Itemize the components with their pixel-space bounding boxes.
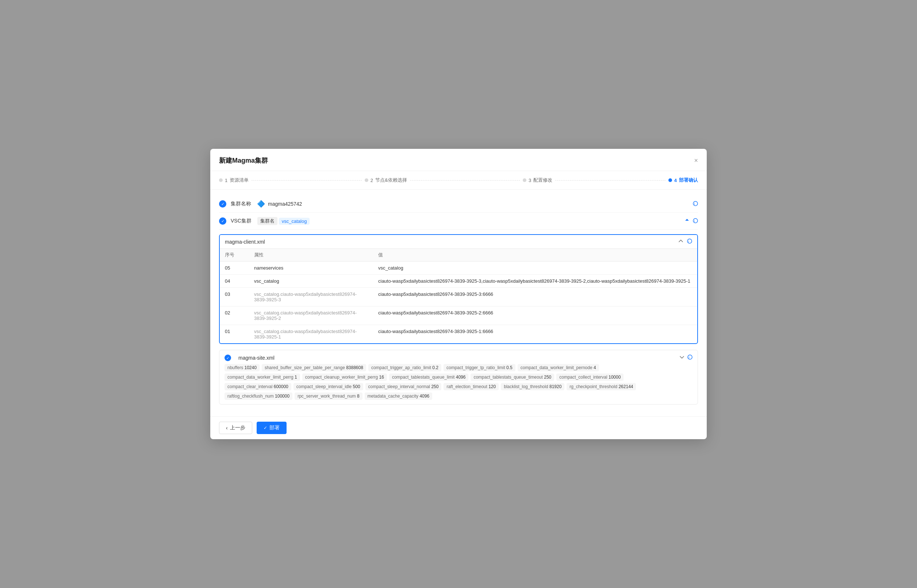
site-params: nbuffers 10240shared_buffer_size_per_tab…	[225, 364, 675, 400]
step-3-label: 配置修改	[533, 177, 552, 184]
col-header-seq: 序号	[220, 249, 249, 262]
magma-site-section: ✓ magma-site.xml nbuffers 10240shared_bu…	[219, 350, 698, 404]
modal-body: ✓ 集群名称 🔷 magma425742 i ✓ VSC集群 集群名 vsc_c…	[210, 190, 707, 416]
cell-seq: 02	[220, 306, 249, 325]
magma-site-expand-icon[interactable]	[679, 355, 684, 361]
cell-value: ciauto-wasp5xdailybasictest826974-3839-3…	[373, 325, 697, 344]
table-row: 01 vsc_catalog.ciauto-wasp5xdailybasicte…	[220, 325, 697, 344]
step-3-dot	[523, 178, 527, 182]
cell-attr: vsc_catalog.ciauto-wasp5xdailybasictest8…	[249, 325, 373, 344]
close-button[interactable]: ×	[694, 157, 698, 164]
modal-container: 新建Magma集群 × 1 资源清单 2 节点&依赖选择 3 配置修改 4 部署…	[210, 149, 707, 439]
cluster-name-label: 集群名称	[231, 200, 251, 207]
deploy-check-icon: ✓	[264, 425, 267, 430]
cluster-name-row: ✓ 集群名称 🔷 magma425742 i	[219, 195, 698, 213]
step-4: 4 部署确认	[668, 177, 698, 184]
cell-attr: vsc_catalog	[249, 275, 373, 288]
step-3-num: 3	[528, 178, 531, 183]
param-tag: compact_data_worker_limit_pernode 4	[518, 364, 599, 372]
param-tag: raftlog_checkflush_num 100000	[225, 393, 292, 400]
param-tag: compact_cleanup_worker_limit_perrg 16	[302, 373, 387, 381]
param-tag: metadata_cache_capacity 4096	[365, 393, 432, 400]
param-tag: compact_trigger_ap_ratio_limit 0.2	[368, 364, 441, 372]
param-tag: nbuffers 10240	[225, 364, 259, 372]
vsc-tag-label: 集群名	[258, 217, 277, 225]
cluster-logo-icon: 🔷	[257, 200, 265, 208]
cluster-name-check-icon: ✓	[219, 200, 226, 208]
modal-footer: ‹ 上一步 ✓ 部署	[210, 416, 707, 439]
magma-client-info-icon[interactable]: i	[687, 239, 692, 245]
param-tag: shared_buffer_size_per_table_per_range 8…	[262, 364, 366, 372]
table-row: 05 nameservices vsc_catalog	[220, 262, 697, 275]
modal-header: 新建Magma集群 ×	[210, 149, 707, 171]
svg-text:i: i	[694, 202, 695, 205]
prev-arrow-icon: ‹	[226, 425, 228, 431]
step-1-num: 1	[225, 178, 227, 183]
cell-attr: vsc_catalog.ciauto-wasp5xdailybasictest8…	[249, 288, 373, 306]
cluster-name-expand-icon[interactable]: i	[693, 201, 698, 207]
magma-client-header: magma-client.xml i	[220, 235, 697, 249]
magma-client-actions: i	[678, 239, 692, 245]
prev-label: 上一步	[230, 425, 245, 431]
param-tag: compact_clear_interval 600000	[225, 383, 291, 390]
step-2-dot	[365, 178, 368, 182]
param-tag: compact_data_worker_limit_perrg 1	[225, 373, 300, 381]
deploy-label: 部署	[269, 425, 280, 431]
col-header-val: 值	[373, 249, 697, 262]
vsc-tag-value: vsc_catalog	[279, 218, 310, 225]
param-tag: blacklist_log_threshold 81920	[501, 383, 564, 390]
svg-text:i: i	[694, 219, 695, 223]
vsc-info-icon[interactable]: i	[693, 218, 698, 225]
step-4-dot	[668, 178, 672, 182]
param-tag: raft_election_timeout 120	[444, 383, 499, 390]
prev-button[interactable]: ‹ 上一步	[219, 422, 252, 434]
step-divider-3	[555, 180, 665, 181]
svg-text:i: i	[689, 355, 690, 359]
cell-value: ciauto-wasp5xdailybasictest826974-3839-3…	[373, 288, 697, 306]
cluster-name-value: 🔷 magma425742	[257, 200, 302, 208]
param-tag: compact_sleep_interval_normal 250	[365, 383, 442, 390]
modal-title: 新建Magma集群	[219, 156, 268, 165]
step-3: 3 配置修改	[523, 177, 552, 184]
cell-seq: 01	[220, 325, 249, 344]
cell-value: ciauto-wasp5xdailybasictest826974-3839-3…	[373, 275, 697, 288]
param-tag: rg_checkpoint_threshold 262144	[567, 383, 636, 390]
magma-client-section: magma-client.xml i 序号 属性	[219, 234, 698, 344]
vsc-cluster-row: ✓ VSC集群 集群名 vsc_catalog i	[219, 213, 698, 230]
cell-attr: nameservices	[249, 262, 373, 275]
step-4-label: 部署确认	[679, 177, 698, 184]
cell-value: vsc_catalog	[373, 262, 697, 275]
cell-seq: 03	[220, 288, 249, 306]
col-header-attr: 属性	[249, 249, 373, 262]
table-row: 04 vsc_catalog ciauto-wasp5xdailybasicte…	[220, 275, 697, 288]
step-4-num: 4	[674, 178, 677, 183]
table-row: 03 vsc_catalog.ciauto-wasp5xdailybasicte…	[220, 288, 697, 306]
cell-value: ciauto-wasp5xdailybasictest826974-3839-3…	[373, 306, 697, 325]
vsc-cluster-label: VSC集群	[231, 218, 251, 225]
step-divider-2	[410, 180, 520, 181]
param-tag: compact_sleep_interval_idle 500	[293, 383, 363, 390]
cell-seq: 05	[220, 262, 249, 275]
param-tag: compact_collect_interval 10000	[556, 373, 624, 381]
stepper: 1 资源清单 2 节点&依赖选择 3 配置修改 4 部署确认	[210, 171, 707, 190]
param-tag: compact_tablestats_queue_limit 4096	[389, 373, 468, 381]
step-1: 1 资源清单	[219, 177, 249, 184]
deploy-button[interactable]: ✓ 部署	[257, 422, 287, 434]
step-1-dot	[219, 178, 223, 182]
magma-site-title: magma-site.xml	[238, 355, 274, 361]
vsc-expand-icon[interactable]	[684, 218, 690, 225]
vsc-check-icon: ✓	[219, 217, 226, 225]
svg-text:i: i	[689, 240, 689, 243]
magma-site-check-icon: ✓	[225, 355, 231, 361]
step-2-label: 节点&依赖选择	[375, 177, 407, 184]
cluster-name-text: magma425742	[268, 201, 302, 207]
magma-site-info-icon[interactable]: i	[687, 355, 692, 361]
magma-client-table: 序号 属性 值 05 nameservices vsc_catalog 04 v…	[220, 249, 697, 343]
param-tag: compact_tablestats_queue_timeout 250	[471, 373, 554, 381]
table-row: 02 vsc_catalog.ciauto-wasp5xdailybasicte…	[220, 306, 697, 325]
cell-seq: 04	[220, 275, 249, 288]
param-tag: compact_trigger_tp_ratio_limit 0.5	[444, 364, 515, 372]
magma-client-collapse-icon[interactable]	[678, 239, 684, 245]
param-tag: rpc_server_work_thread_num 8	[295, 393, 362, 400]
step-2: 2 节点&依赖选择	[365, 177, 407, 184]
